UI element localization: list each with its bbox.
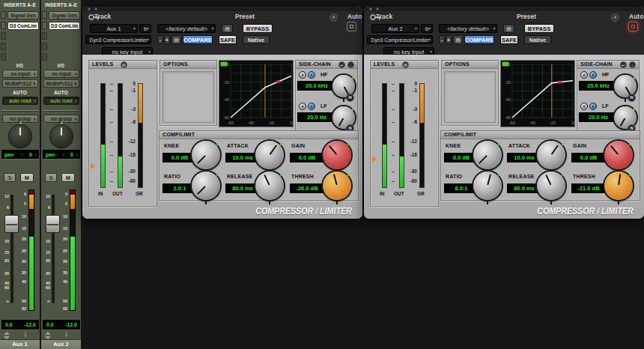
hf-filter-bypass-icon[interactable]: ∧ bbox=[580, 71, 588, 79]
attack-knob[interactable] bbox=[537, 141, 565, 169]
preset-decrement-button[interactable]: - bbox=[157, 35, 163, 44]
fader-track[interactable] bbox=[10, 195, 13, 303]
output-selector[interactable]: McBkPrS12 ϟ bbox=[2, 79, 38, 88]
insert-d3-comlim-button[interactable]: D3 ComLim bbox=[49, 22, 80, 30]
hf-filter-type-icon[interactable]: ∧ bbox=[308, 71, 315, 79]
pan-right-arrow[interactable]: › bbox=[35, 151, 37, 159]
insert-slot-empty[interactable] bbox=[1, 32, 6, 40]
input-selector[interactable]: no input bbox=[43, 70, 79, 78]
release-knob[interactable] bbox=[255, 172, 284, 200]
gain-knob[interactable] bbox=[604, 141, 633, 169]
thresh-knob[interactable] bbox=[604, 172, 633, 200]
output-selector[interactable]: McBkPrS12 ϟ bbox=[43, 79, 79, 88]
insert-slot-toggle[interactable] bbox=[42, 11, 47, 19]
automation-mode-selector[interactable]: auto read bbox=[2, 97, 38, 105]
lf-filter-bypass-icon[interactable]: ∧ bbox=[580, 103, 588, 110]
compare-button[interactable]: COMPARE bbox=[464, 35, 494, 44]
hf-in-button[interactable]: IN bbox=[346, 94, 354, 102]
target-button[interactable] bbox=[628, 22, 638, 31]
phase-icon[interactable]: Ø bbox=[402, 61, 409, 68]
key-listen-icon[interactable]: ♪ bbox=[347, 61, 354, 68]
window-dot[interactable] bbox=[376, 7, 379, 10]
show-below-arrow-icon[interactable]: ↓ bbox=[23, 329, 28, 338]
auto-enable-icon[interactable]: ▤ bbox=[222, 24, 233, 33]
meter-scale-tick: 20 bbox=[17, 237, 26, 241]
lf-filter-bypass-icon[interactable]: ∧ bbox=[299, 103, 306, 110]
insert-d3-comlim-button[interactable]: D3 ComLim bbox=[7, 22, 39, 30]
pan-knob[interactable] bbox=[50, 125, 73, 148]
ratio-knob[interactable] bbox=[192, 172, 220, 200]
copy-settings-icon[interactable]: ▤ bbox=[171, 35, 181, 44]
window-dot[interactable] bbox=[369, 7, 372, 10]
insert-slot-toggle[interactable] bbox=[1, 22, 6, 29]
insert-signal-gen-button[interactable]: Signal Gen bbox=[7, 11, 39, 19]
auto-enable-icon[interactable]: ▤ bbox=[503, 24, 514, 33]
threshold-marker[interactable] bbox=[372, 157, 377, 163]
hf-filter-type-icon[interactable]: ∧ bbox=[589, 71, 597, 79]
preset-selector[interactable]: <factory default> bbox=[439, 24, 497, 33]
plugin-format-button[interactable]: Native bbox=[524, 35, 551, 44]
insert-slot-empty[interactable] bbox=[1, 53, 6, 61]
track-selector[interactable]: Aux 2 bbox=[371, 24, 419, 33]
external-key-icon[interactable]: ↩ bbox=[620, 61, 627, 68]
bypass-button[interactable]: BYPASS bbox=[524, 24, 554, 33]
pan-left-arrow[interactable]: ‹ bbox=[63, 151, 64, 159]
track-selector[interactable]: Aux 1 bbox=[90, 24, 138, 33]
mute-button[interactable]: M bbox=[61, 173, 75, 182]
insert-slot-empty[interactable] bbox=[42, 32, 47, 40]
show-below-arrow-icon[interactable]: ↓ bbox=[64, 329, 69, 338]
mute-button[interactable]: M bbox=[20, 173, 34, 182]
safe-button[interactable]: SAFE bbox=[219, 35, 237, 44]
key-listen-icon[interactable]: ♪ bbox=[629, 61, 636, 68]
insert-slot-empty[interactable] bbox=[42, 43, 47, 50]
automation-mode-selector[interactable]: auto read bbox=[43, 97, 79, 105]
preset-menu-icon[interactable]: ▼ bbox=[329, 13, 338, 22]
hf-filter-bypass-icon[interactable]: ∧ bbox=[299, 71, 306, 79]
compare-button[interactable]: COMPARE bbox=[183, 35, 213, 44]
preset-selector[interactable]: <factory default> bbox=[157, 24, 216, 33]
target-button[interactable] bbox=[347, 22, 356, 31]
window-title-bar[interactable] bbox=[364, 6, 644, 11]
preset-decrement-button[interactable]: - bbox=[439, 35, 445, 44]
threshold-marker[interactable] bbox=[91, 163, 95, 169]
insert-slot-toggle[interactable] bbox=[1, 11, 6, 19]
hf-in-button[interactable]: IN bbox=[628, 94, 636, 102]
insert-slot-empty[interactable] bbox=[42, 53, 47, 61]
pan-right-arrow[interactable]: › bbox=[76, 151, 78, 159]
solo-button[interactable]: S bbox=[4, 173, 16, 182]
ratio-knob[interactable] bbox=[473, 172, 502, 200]
track-name[interactable]: Aux 1 bbox=[0, 339, 40, 349]
attack-knob[interactable] bbox=[255, 141, 284, 169]
bypass-button[interactable]: BYPASS bbox=[243, 24, 273, 33]
lf-filter-type-icon[interactable]: ∧ bbox=[308, 103, 315, 110]
phase-icon[interactable]: Ø bbox=[121, 61, 127, 68]
preset-increment-button[interactable]: + bbox=[164, 35, 170, 44]
safe-button[interactable]: SAFE bbox=[500, 35, 518, 44]
solo-button[interactable]: S bbox=[45, 173, 57, 182]
copy-settings-icon[interactable]: ▤ bbox=[453, 35, 463, 44]
insert-signal-gen-button[interactable]: Signal Gen bbox=[49, 11, 80, 19]
pan-left-arrow[interactable]: ‹ bbox=[22, 151, 23, 159]
external-key-icon[interactable]: ↩ bbox=[338, 61, 345, 68]
track-name[interactable]: Aux 2 bbox=[41, 339, 81, 349]
insert-slot-empty[interactable] bbox=[1, 43, 6, 50]
thresh-knob[interactable] bbox=[323, 172, 351, 200]
input-selector[interactable]: no input bbox=[2, 70, 38, 78]
window-dot[interactable] bbox=[94, 7, 97, 10]
insert-slot-toggle[interactable] bbox=[42, 22, 47, 29]
insert-position-selector[interactable]: b bbox=[139, 24, 151, 33]
gain-knob[interactable] bbox=[323, 141, 351, 169]
plugin-format-button[interactable]: Native bbox=[243, 35, 270, 44]
preset-increment-button[interactable]: + bbox=[446, 35, 452, 44]
plugin-selector[interactable]: Dyn3 Compressor/Limiter bbox=[85, 35, 151, 44]
plugin-selector[interactable]: Dyn3 Compressor/Limiter bbox=[367, 35, 433, 44]
pan-knob[interactable] bbox=[9, 125, 31, 148]
lf-filter-type-icon[interactable]: ∧ bbox=[589, 103, 597, 110]
release-knob[interactable] bbox=[537, 172, 565, 200]
window-title-bar[interactable] bbox=[82, 6, 362, 11]
insert-position-selector[interactable]: b bbox=[421, 24, 433, 33]
preset-menu-icon[interactable]: ▼ bbox=[611, 13, 619, 22]
fader-track[interactable] bbox=[52, 195, 55, 303]
window-dot[interactable] bbox=[88, 7, 91, 10]
knee-knob[interactable] bbox=[473, 141, 502, 169]
